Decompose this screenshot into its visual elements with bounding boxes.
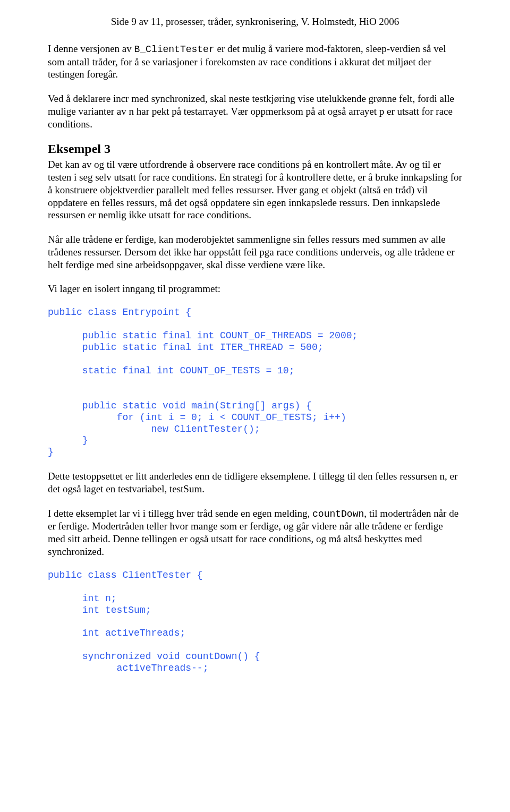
paragraph-moderobjekt: Når alle trådene er ferdige, kan moderob… <box>48 233 462 271</box>
para1-text-a: I denne versjonen av <box>48 43 134 54</box>
code-block-clienttester: public class ClientTester { int n; int t… <box>48 570 462 675</box>
paragraph-testoppsett: Dette testoppsettet er litt anderledes e… <box>48 470 462 495</box>
paragraph-ex3-desc: Det kan av og til være utfordrende å obs… <box>48 158 462 221</box>
inline-code-bclienttester: B_ClientTester <box>134 44 215 55</box>
paragraph-intro: I denne versjonen av B_ClientTester er d… <box>48 42 462 81</box>
page-header: Side 9 av 11, prosesser, tråder, synkron… <box>48 16 462 28</box>
para7-text-a: I dette eksemplet lar vi i tillegg hver … <box>48 508 312 519</box>
code-block-entrypoint: public class Entrypoint { public static … <box>48 307 462 458</box>
paragraph-countdown: I dette eksemplet lar vi i tillegg hver … <box>48 507 462 558</box>
heading-eksempel-3: Eksempel 3 <box>48 142 462 156</box>
paragraph-isolert-inngang: Vi lager en isolert inngang til programm… <box>48 283 462 295</box>
inline-code-countdown: countDown <box>312 509 364 519</box>
paragraph-synchronized: Ved å deklarere incr med synchronized, s… <box>48 92 462 130</box>
document-page: Side 9 av 11, prosesser, tråder, synkron… <box>0 0 510 707</box>
